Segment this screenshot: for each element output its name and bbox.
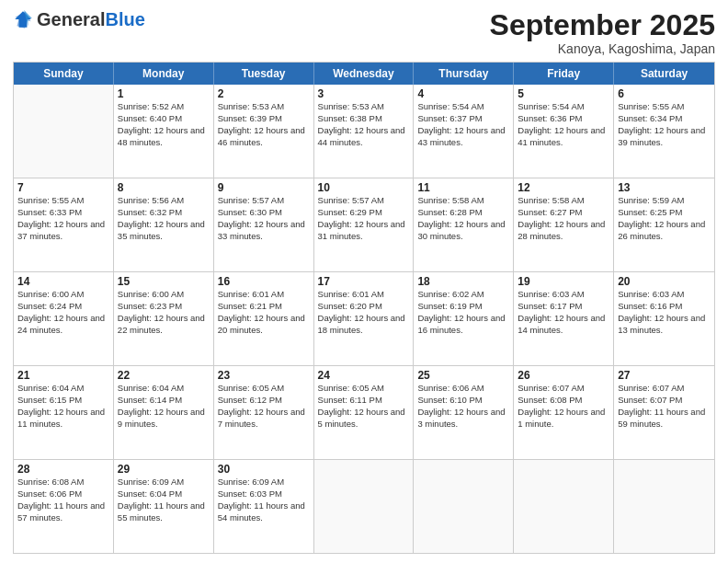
calendar-cell: 20Sunrise: 6:03 AM Sunset: 6:16 PM Dayli…	[614, 272, 714, 365]
logo-icon	[13, 9, 33, 29]
calendar-cell: 1Sunrise: 5:52 AM Sunset: 6:40 PM Daylig…	[114, 85, 214, 178]
calendar-cell: 2Sunrise: 5:53 AM Sunset: 6:39 PM Daylig…	[214, 85, 314, 178]
calendar: SundayMondayTuesdayWednesdayThursdayFrid…	[13, 62, 715, 554]
day-number: 18	[417, 275, 509, 288]
calendar-cell: 3Sunrise: 5:53 AM Sunset: 6:38 PM Daylig…	[314, 85, 415, 178]
calendar-cell	[414, 460, 514, 553]
day-info: Sunrise: 5:55 AM Sunset: 6:34 PM Dayligh…	[618, 101, 711, 148]
day-number: 10	[318, 181, 410, 194]
weekday-header: Wednesday	[314, 63, 415, 85]
logo-general: General	[37, 10, 105, 29]
day-info: Sunrise: 6:05 AM Sunset: 6:12 PM Dayligh…	[218, 383, 310, 430]
logo-text: General Blue	[37, 10, 145, 29]
calendar-cell: 12Sunrise: 5:58 AM Sunset: 6:27 PM Dayli…	[514, 178, 614, 271]
day-info: Sunrise: 5:59 AM Sunset: 6:25 PM Dayligh…	[618, 195, 711, 242]
calendar-cell	[614, 460, 714, 553]
day-info: Sunrise: 5:55 AM Sunset: 6:33 PM Dayligh…	[17, 195, 109, 242]
day-info: Sunrise: 6:07 AM Sunset: 6:07 PM Dayligh…	[618, 383, 711, 430]
day-number: 5	[518, 87, 609, 100]
calendar-cell: 21Sunrise: 6:04 AM Sunset: 6:15 PM Dayli…	[14, 366, 114, 459]
calendar-cell: 27Sunrise: 6:07 AM Sunset: 6:07 PM Dayli…	[614, 366, 714, 459]
day-number: 29	[118, 463, 210, 476]
month-title: September 2025	[490, 9, 715, 41]
day-info: Sunrise: 6:09 AM Sunset: 6:04 PM Dayligh…	[118, 477, 210, 523]
day-number: 9	[218, 181, 310, 194]
day-number: 24	[318, 369, 410, 382]
calendar-row: 7Sunrise: 5:55 AM Sunset: 6:33 PM Daylig…	[14, 178, 714, 272]
day-number: 22	[118, 369, 210, 382]
weekday-header: Tuesday	[214, 63, 314, 85]
calendar-row: 28Sunrise: 6:08 AM Sunset: 6:06 PM Dayli…	[14, 460, 714, 553]
calendar-cell: 26Sunrise: 6:07 AM Sunset: 6:08 PM Dayli…	[514, 366, 614, 459]
day-info: Sunrise: 6:01 AM Sunset: 6:20 PM Dayligh…	[318, 289, 410, 336]
calendar-cell: 25Sunrise: 6:06 AM Sunset: 6:10 PM Dayli…	[414, 366, 514, 459]
day-info: Sunrise: 6:06 AM Sunset: 6:10 PM Dayligh…	[417, 383, 509, 430]
day-number: 30	[218, 463, 310, 476]
weekday-header: Sunday	[14, 63, 114, 85]
day-number: 25	[417, 369, 509, 382]
day-number: 15	[118, 275, 210, 288]
day-number: 2	[218, 87, 310, 100]
day-info: Sunrise: 5:53 AM Sunset: 6:38 PM Dayligh…	[318, 101, 410, 148]
calendar-cell: 28Sunrise: 6:08 AM Sunset: 6:06 PM Dayli…	[14, 460, 114, 553]
day-info: Sunrise: 6:07 AM Sunset: 6:08 PM Dayligh…	[518, 383, 609, 430]
day-info: Sunrise: 5:54 AM Sunset: 6:37 PM Dayligh…	[417, 101, 509, 148]
calendar-header: SundayMondayTuesdayWednesdayThursdayFrid…	[14, 63, 714, 85]
day-info: Sunrise: 5:58 AM Sunset: 6:28 PM Dayligh…	[417, 195, 509, 242]
calendar-cell	[514, 460, 614, 553]
location-subtitle: Kanoya, Kagoshima, Japan	[490, 41, 715, 56]
calendar-cell: 9Sunrise: 5:57 AM Sunset: 6:30 PM Daylig…	[214, 178, 314, 271]
page: General Blue September 2025 Kanoya, Kago…	[0, 0, 728, 563]
calendar-cell: 4Sunrise: 5:54 AM Sunset: 6:37 PM Daylig…	[414, 85, 514, 178]
day-info: Sunrise: 5:54 AM Sunset: 6:36 PM Dayligh…	[518, 101, 609, 148]
day-number: 14	[17, 275, 109, 288]
day-info: Sunrise: 6:08 AM Sunset: 6:06 PM Dayligh…	[17, 477, 109, 523]
day-number: 20	[618, 275, 711, 288]
day-info: Sunrise: 5:56 AM Sunset: 6:32 PM Dayligh…	[118, 195, 210, 242]
weekday-header: Thursday	[414, 63, 514, 85]
day-info: Sunrise: 5:53 AM Sunset: 6:39 PM Dayligh…	[218, 101, 310, 148]
calendar-cell: 16Sunrise: 6:01 AM Sunset: 6:21 PM Dayli…	[214, 272, 314, 365]
day-info: Sunrise: 6:09 AM Sunset: 6:03 PM Dayligh…	[218, 477, 310, 523]
day-number: 21	[17, 369, 109, 382]
day-number: 13	[618, 181, 711, 194]
calendar-cell: 18Sunrise: 6:02 AM Sunset: 6:19 PM Dayli…	[414, 272, 514, 365]
calendar-cell	[14, 85, 114, 178]
calendar-cell: 15Sunrise: 6:00 AM Sunset: 6:23 PM Dayli…	[114, 272, 214, 365]
calendar-row: 1Sunrise: 5:52 AM Sunset: 6:40 PM Daylig…	[14, 85, 714, 178]
day-number: 23	[218, 369, 310, 382]
day-number: 1	[118, 87, 210, 100]
day-number: 17	[318, 275, 410, 288]
title-block: September 2025 Kanoya, Kagoshima, Japan	[490, 9, 715, 56]
day-info: Sunrise: 6:04 AM Sunset: 6:15 PM Dayligh…	[17, 383, 109, 430]
day-info: Sunrise: 5:57 AM Sunset: 6:29 PM Dayligh…	[318, 195, 410, 242]
logo-blue: Blue	[105, 10, 144, 29]
calendar-row: 14Sunrise: 6:00 AM Sunset: 6:24 PM Dayli…	[14, 272, 714, 366]
calendar-cell	[314, 460, 415, 553]
day-info: Sunrise: 6:00 AM Sunset: 6:23 PM Dayligh…	[118, 289, 210, 336]
day-info: Sunrise: 6:02 AM Sunset: 6:19 PM Dayligh…	[417, 289, 509, 336]
calendar-body: 1Sunrise: 5:52 AM Sunset: 6:40 PM Daylig…	[14, 85, 714, 553]
day-info: Sunrise: 5:58 AM Sunset: 6:27 PM Dayligh…	[518, 195, 609, 242]
day-info: Sunrise: 6:00 AM Sunset: 6:24 PM Dayligh…	[17, 289, 109, 336]
calendar-cell: 14Sunrise: 6:00 AM Sunset: 6:24 PM Dayli…	[14, 272, 114, 365]
day-number: 4	[417, 87, 509, 100]
day-number: 26	[518, 369, 609, 382]
calendar-cell: 23Sunrise: 6:05 AM Sunset: 6:12 PM Dayli…	[214, 366, 314, 459]
day-info: Sunrise: 6:03 AM Sunset: 6:16 PM Dayligh…	[618, 289, 711, 336]
calendar-cell: 10Sunrise: 5:57 AM Sunset: 6:29 PM Dayli…	[314, 178, 415, 271]
calendar-cell: 29Sunrise: 6:09 AM Sunset: 6:04 PM Dayli…	[114, 460, 214, 553]
day-number: 6	[618, 87, 711, 100]
header: General Blue September 2025 Kanoya, Kago…	[13, 9, 715, 56]
weekday-header: Saturday	[614, 63, 714, 85]
day-info: Sunrise: 6:05 AM Sunset: 6:11 PM Dayligh…	[318, 383, 410, 430]
day-info: Sunrise: 5:52 AM Sunset: 6:40 PM Dayligh…	[118, 101, 210, 148]
day-number: 12	[518, 181, 609, 194]
day-number: 27	[618, 369, 711, 382]
calendar-cell: 7Sunrise: 5:55 AM Sunset: 6:33 PM Daylig…	[14, 178, 114, 271]
calendar-cell: 6Sunrise: 5:55 AM Sunset: 6:34 PM Daylig…	[614, 85, 714, 178]
calendar-cell: 19Sunrise: 6:03 AM Sunset: 6:17 PM Dayli…	[514, 272, 614, 365]
day-info: Sunrise: 6:01 AM Sunset: 6:21 PM Dayligh…	[218, 289, 310, 336]
day-info: Sunrise: 5:57 AM Sunset: 6:30 PM Dayligh…	[218, 195, 310, 242]
day-info: Sunrise: 6:04 AM Sunset: 6:14 PM Dayligh…	[118, 383, 210, 430]
